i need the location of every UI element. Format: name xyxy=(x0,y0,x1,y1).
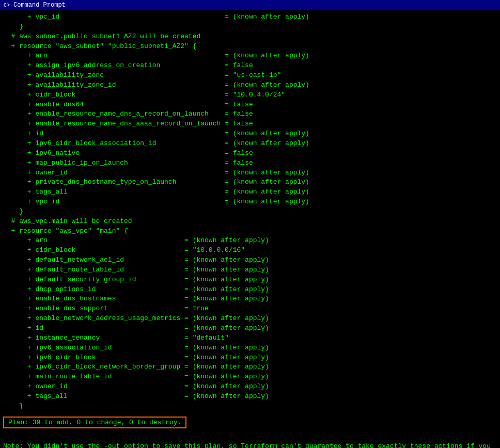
terminal-line: + vpc_id = (known after apply) xyxy=(3,197,497,207)
terminal-line: + tags_all = (known after apply) xyxy=(3,392,497,402)
terminal-line: + resource "aws_subnet" "public_subnet1_… xyxy=(3,42,497,52)
terminal-line: + dhcp_options_id = (known after apply) xyxy=(3,285,497,295)
terminal-line: + enable_network_address_usage_metrics =… xyxy=(3,314,497,324)
terminal-line: } xyxy=(3,207,497,217)
terminal-line: + enable_resource_name_dns_aaaa_record_o… xyxy=(3,119,497,129)
terminal-output: + vpc_id = (known after apply) } # aws_s… xyxy=(3,12,497,411)
terminal-line: + arn = (known after apply) xyxy=(3,236,497,246)
terminal-line: + cidr_block = "10.0.4.0/24" xyxy=(3,90,497,100)
terminal-line: + enable_dns_support = true xyxy=(3,304,497,314)
note-line: Note: You didn't use the -out option to … xyxy=(3,442,497,448)
terminal-line: + enable_dns64 = false xyxy=(3,100,497,110)
plan-box-wrapper: Plan: 39 to add, 0 to change, 0 to destr… xyxy=(3,413,497,431)
terminal-line: # aws_vpc.main will be created xyxy=(3,217,497,227)
terminal-line: + tags_all = (known after apply) xyxy=(3,187,497,197)
terminal-line: + private_dns_hostname_type_on_launch = … xyxy=(3,178,497,187)
terminal-line: + default_security_group_id = (known aft… xyxy=(3,275,497,285)
terminal-line: + resource "aws_vpc" "main" { xyxy=(3,227,497,236)
terminal-line: + vpc_id = (known after apply) xyxy=(3,12,497,22)
title-bar-label: Command Prompt xyxy=(13,2,66,9)
note-section: Note: You didn't use the -out option to … xyxy=(3,442,497,448)
terminal-line: + id = (known after apply) xyxy=(3,129,497,139)
terminal-line: + ipv6_cidr_block_network_border_group =… xyxy=(3,362,497,372)
terminal-line: + main_route_table_id = (known after app… xyxy=(3,372,497,382)
cmd-icon: C> xyxy=(3,2,10,9)
terminal-line: + ipv6_cidr_block_association_id = (know… xyxy=(3,139,497,149)
terminal-line: + map_public_ip_on_launch = false xyxy=(3,158,497,168)
terminal-line: + arn = (known after apply) xyxy=(3,51,497,61)
terminal-line: } xyxy=(3,22,497,32)
terminal-line: + owner_id = (known after apply) xyxy=(3,382,497,392)
terminal-line: + default_network_acl_id = (known after … xyxy=(3,255,497,265)
terminal-line: + ipv6_cidr_block = (known after apply) xyxy=(3,353,497,363)
terminal-line: + enable_dns_hostnames = (known after ap… xyxy=(3,294,497,304)
plan-summary: Plan: 39 to add, 0 to change, 0 to destr… xyxy=(3,417,186,428)
terminal-line: + ipv6_association_id = (known after app… xyxy=(3,343,497,353)
terminal-line: + availability_zone = "us-east-1b" xyxy=(3,71,497,81)
terminal-line: + availability_zone_id = (known after ap… xyxy=(3,81,497,90)
terminal-line: + instance_tenancy = "default" xyxy=(3,333,497,343)
terminal-line: + assign_ipv6_address_on_creation = fals… xyxy=(3,61,497,71)
terminal-line: + default_route_table_id = (known after … xyxy=(3,265,497,275)
terminal-line: + enable_resource_name_dns_a_record_on_l… xyxy=(3,109,497,119)
terminal-line: # aws_subnet.public_subnet1_AZ2 will be … xyxy=(3,32,497,42)
terminal-line: + cidr_block = "10.0.0.0/16" xyxy=(3,246,497,255)
terminal-line: + ipv6_native = false xyxy=(3,149,497,158)
terminal-line: + id = (known after apply) xyxy=(3,324,497,333)
terminal: + vpc_id = (known after apply) } # aws_s… xyxy=(0,10,500,448)
terminal-line: + owner_id = (known after apply) xyxy=(3,168,497,178)
plan-text: Plan: 39 to add, 0 to change, 0 to destr… xyxy=(8,419,181,426)
terminal-line: } xyxy=(3,402,497,411)
title-bar: C> Command Prompt xyxy=(0,0,500,10)
